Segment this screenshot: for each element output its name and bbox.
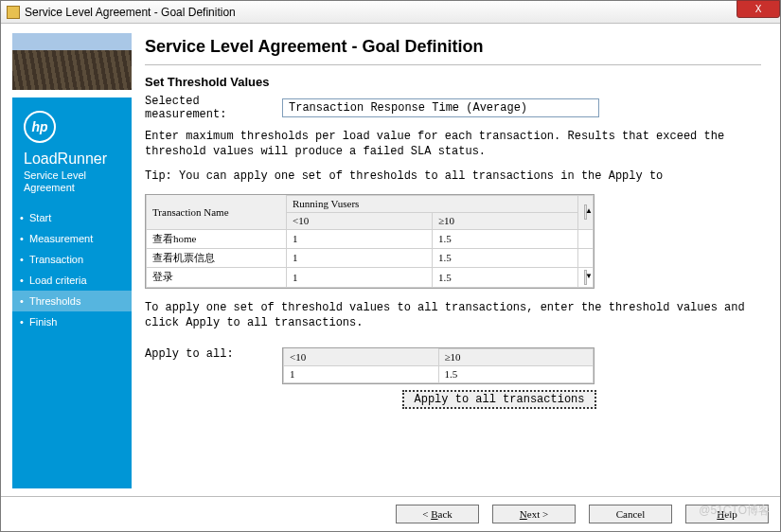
- product-subtitle: Service Level Agreement: [12, 168, 132, 202]
- apply-button-row: Apply to all transactions: [284, 390, 596, 409]
- apply-col-low: <10: [284, 348, 439, 365]
- cell-name: 登录: [147, 267, 287, 287]
- window-title: Service Level Agreement - Goal Definitio…: [25, 6, 236, 19]
- threshold-instructions: Enter maximum thresholds per load value …: [145, 129, 761, 159]
- sla-window: Service Level Agreement - Goal Definitio…: [0, 0, 781, 532]
- body-area: hp LoadRunner Service Level Agreement St…: [1, 24, 780, 496]
- col-high: ≥10: [433, 212, 578, 229]
- section-heading: Set Threshold Values: [145, 75, 761, 89]
- sidebar-item-transaction[interactable]: Transaction: [12, 249, 132, 270]
- col-low: <10: [287, 212, 433, 229]
- col-transaction-name: Transaction Name: [147, 195, 287, 229]
- apply-val-low[interactable]: 1: [284, 365, 439, 382]
- table-row: 查看机票信息11.5: [147, 248, 594, 267]
- content-pane: Service Level Agreement - Goal Definitio…: [145, 33, 769, 488]
- cell-low[interactable]: 1: [287, 267, 433, 287]
- sidebar-item-start[interactable]: Start: [12, 207, 132, 228]
- col-running-vusers: Running Vusers: [287, 195, 578, 212]
- close-button[interactable]: X: [737, 0, 780, 18]
- help-button[interactable]: Help: [685, 505, 769, 523]
- threshold-tip: Tip: You can apply one set of thresholds…: [145, 168, 761, 184]
- sidebar-item-measurement[interactable]: Measurement: [12, 228, 132, 249]
- apply-col-high: ≥10: [438, 348, 594, 365]
- cell-high[interactable]: 1.5: [433, 248, 578, 267]
- sidebar-decor-image: [12, 33, 132, 90]
- sidebar: hp LoadRunner Service Level Agreement St…: [12, 33, 132, 488]
- cell-low[interactable]: 1: [287, 229, 433, 248]
- back-button[interactable]: < Back: [396, 505, 479, 523]
- scroll-track[interactable]: [578, 248, 594, 267]
- titlebar: Service Level Agreement - Goal Definitio…: [1, 1, 780, 24]
- apply-to-all-label: Apply to all:: [145, 347, 282, 361]
- selected-measurement-value: Transaction Response Time (Average): [282, 98, 599, 117]
- selected-measurement-label: Selected measurement:: [145, 95, 282, 121]
- cell-low[interactable]: 1: [287, 248, 433, 267]
- app-icon: [7, 6, 20, 19]
- apply-instructions: To apply one set of threshold values to …: [145, 300, 761, 330]
- apply-val-high[interactable]: 1.5: [438, 365, 594, 382]
- apply-table: <10 ≥10 1 1.5: [282, 347, 595, 384]
- sidebar-panel: hp LoadRunner Service Level Agreement St…: [12, 98, 132, 488]
- cell-high[interactable]: 1.5: [433, 267, 578, 287]
- hp-logo-icon: hp: [24, 111, 56, 143]
- cancel-button[interactable]: Cancel: [589, 505, 672, 523]
- apply-to-all-row: Apply to all: <10 ≥10 1 1.5: [145, 347, 761, 384]
- apply-to-all-button[interactable]: Apply to all transactions: [402, 390, 596, 409]
- table-row: 查看home11.5: [147, 229, 594, 248]
- product-name: LoadRunner: [12, 151, 132, 168]
- selected-measurement-row: Selected measurement: Transaction Respon…: [145, 95, 761, 121]
- scroll-track[interactable]: ▼: [578, 267, 594, 287]
- wizard-footer: < Back Next > Cancel Help: [1, 496, 780, 531]
- cell-high[interactable]: 1.5: [433, 229, 578, 248]
- cell-name: 查看机票信息: [147, 248, 287, 267]
- wizard-nav: StartMeasurementTransactionLoad criteria…: [12, 207, 132, 332]
- thresholds-table: Transaction Name Running Vusers ▲ <10 ≥1…: [145, 194, 595, 289]
- scroll-track[interactable]: [578, 229, 594, 248]
- sidebar-item-finish[interactable]: Finish: [12, 311, 132, 332]
- sidebar-item-thresholds[interactable]: Thresholds: [12, 291, 132, 311]
- next-button[interactable]: Next >: [492, 505, 576, 523]
- divider: [145, 64, 761, 65]
- cell-name: 查看home: [147, 229, 287, 248]
- table-row: 登录11.5▼: [147, 267, 594, 287]
- scroll-up[interactable]: ▲: [578, 195, 594, 229]
- page-title: Service Level Agreement - Goal Definitio…: [145, 37, 761, 57]
- sidebar-item-load-criteria[interactable]: Load criteria: [12, 270, 132, 291]
